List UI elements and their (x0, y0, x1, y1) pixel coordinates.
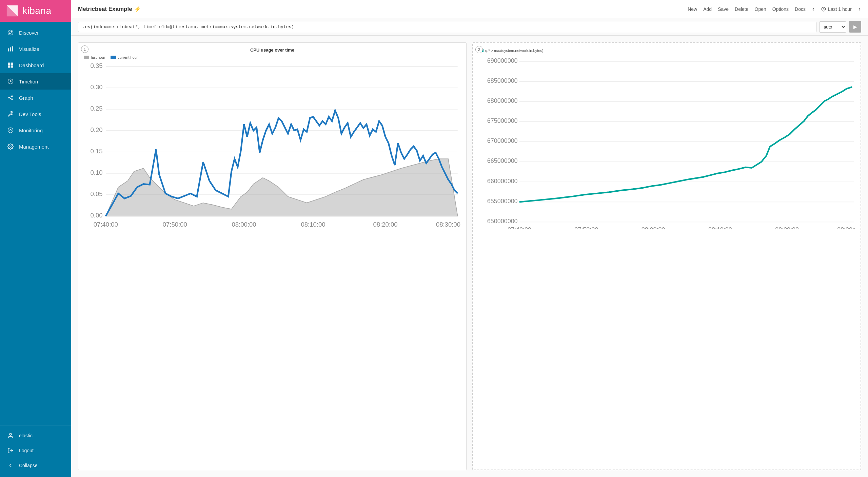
sidebar-item-devtools[interactable]: Dev Tools (0, 106, 71, 122)
svg-rect-10 (11, 65, 13, 68)
formula-input[interactable] (78, 22, 816, 32)
svg-text:685000000: 685000000 (487, 77, 518, 84)
sidebar-item-discover[interactable]: Discover (0, 24, 71, 41)
title-text: Metricbeat Example (78, 6, 132, 13)
svg-point-14 (12, 99, 13, 100)
next-arrow[interactable]: › (858, 5, 861, 13)
add-button[interactable]: Add (703, 6, 712, 12)
svg-text:0.10: 0.10 (91, 169, 103, 176)
logout-icon (7, 447, 14, 454)
svg-text:08:00:00: 08:00:00 (642, 226, 665, 229)
chart-panel-1: 1 CPU usage over time last hour current … (78, 42, 467, 470)
save-button[interactable]: Save (718, 6, 729, 12)
sidebar-item-visualize[interactable]: Visualize (0, 41, 71, 57)
dashboard-icon (7, 61, 14, 69)
open-button[interactable]: Open (755, 6, 766, 12)
svg-text:0.20: 0.20 (91, 126, 103, 133)
sidebar-item-graph[interactable]: Graph (0, 90, 71, 106)
topbar: Metricbeat Example ⚡ New Add Save Delete… (71, 0, 868, 18)
run-button[interactable]: ▶ (849, 21, 861, 33)
graph-icon (7, 94, 14, 101)
svg-text:07:50:00: 07:50:00 (163, 221, 187, 228)
sidebar-bottom: elastic Logout Collapse (0, 425, 71, 477)
sidebar-label-timelion: Timelion (19, 79, 38, 84)
legend-label-current-hour: current hour (118, 55, 138, 59)
svg-text:08:10:00: 08:10:00 (301, 221, 325, 228)
sidebar-label-devtools: Dev Tools (19, 111, 41, 117)
svg-line-15 (9, 96, 12, 97)
chart-svg-area-2: 690000000 685000000 680000000 675000000 … (478, 55, 855, 465)
user-icon (7, 432, 14, 439)
kibana-logo-text: kibana (22, 5, 52, 16)
svg-text:680000000: 680000000 (487, 97, 518, 104)
svg-text:670000000: 670000000 (487, 137, 518, 144)
sidebar-item-timelion[interactable]: Timelion (0, 73, 71, 90)
lightning-icon: ⚡ (134, 6, 141, 12)
prev-arrow[interactable]: ‹ (812, 5, 815, 13)
svg-point-12 (8, 97, 9, 98)
svg-text:0.15: 0.15 (91, 148, 103, 155)
sidebar-item-user[interactable]: elastic (0, 428, 71, 443)
legend-current-hour: current hour (111, 55, 138, 59)
sidebar-item-collapse[interactable]: Collapse (0, 458, 71, 473)
svg-text:07:50:00: 07:50:00 (574, 226, 598, 229)
svg-rect-5 (10, 47, 11, 52)
sidebar-label-dashboard: Dashboard (19, 62, 44, 68)
page-title: Metricbeat Example ⚡ (78, 6, 141, 13)
kibana-logo-icon (6, 5, 18, 17)
chart-number-1: 1 (81, 45, 88, 53)
svg-point-2 (8, 30, 13, 35)
svg-rect-4 (8, 49, 9, 52)
svg-point-18 (10, 130, 12, 131)
sidebar-item-management[interactable]: Management (0, 138, 71, 155)
svg-text:675000000: 675000000 (487, 117, 518, 124)
chart-title-1: CPU usage over time (84, 47, 461, 53)
svg-text:08:20:00: 08:20:00 (373, 221, 398, 228)
svg-text:0.35: 0.35 (91, 62, 103, 69)
svg-text:655000000: 655000000 (487, 198, 518, 205)
compass-icon (7, 29, 14, 36)
chart-number-2: 2 (475, 46, 483, 53)
sidebar-item-dashboard[interactable]: Dashboard (0, 57, 71, 73)
sidebar-item-monitoring[interactable]: Monitoring (0, 122, 71, 138)
sidebar-label-discover: Discover (19, 30, 39, 36)
sidebar-item-logout[interactable]: Logout (0, 443, 71, 458)
chart-legend-1: last hour current hour (84, 55, 461, 59)
new-button[interactable]: New (688, 6, 697, 12)
delete-button[interactable]: Delete (735, 6, 748, 12)
legend-label-teal: q:* > max(system.network.in.bytes) (485, 49, 543, 53)
svg-point-17 (8, 128, 13, 133)
svg-text:690000000: 690000000 (487, 57, 518, 64)
svg-text:08:10:00: 08:10:00 (708, 226, 732, 229)
svg-marker-3 (9, 32, 12, 34)
svg-text:07:40:00: 07:40:00 (508, 226, 531, 229)
svg-text:650000000: 650000000 (487, 218, 518, 225)
options-button[interactable]: Options (772, 6, 789, 12)
clock-icon (821, 7, 826, 12)
network-chart-svg: 690000000 685000000 680000000 675000000 … (478, 55, 855, 229)
time-picker[interactable]: Last 1 hour (821, 6, 852, 12)
sidebar-label-logout: Logout (19, 448, 34, 453)
legend-swatch-blue (111, 56, 116, 59)
legend-swatch-gray (84, 56, 89, 59)
docs-button[interactable]: Docs (795, 6, 806, 12)
chart-legend-2: q:* > max(system.network.in.bytes) (478, 49, 855, 53)
monitoring-icon (7, 127, 14, 134)
svg-text:08:00:00: 08:00:00 (232, 221, 256, 228)
formula-bar: auto ▶ (71, 18, 868, 36)
svg-rect-7 (8, 63, 11, 65)
legend-label-last-hour: last hour (91, 55, 105, 59)
sidebar: kibana Discover Visualize (0, 0, 71, 477)
sidebar-label-management: Management (19, 144, 49, 150)
interval-select[interactable]: auto (819, 21, 846, 33)
svg-text:08:30:00: 08:30:00 (436, 221, 460, 228)
svg-text:08:20:00: 08:20:00 (775, 226, 799, 229)
svg-text:0.30: 0.30 (91, 83, 103, 91)
barchart-icon (7, 45, 14, 53)
gear-icon (7, 143, 14, 150)
svg-text:07:40:00: 07:40:00 (94, 221, 118, 228)
topbar-actions: New Add Save Delete Open Options Docs ‹ … (688, 5, 861, 13)
sidebar-label-visualize: Visualize (19, 46, 39, 52)
charts-area: 1 CPU usage over time last hour current … (71, 36, 868, 477)
sidebar-logo: kibana (0, 0, 71, 22)
